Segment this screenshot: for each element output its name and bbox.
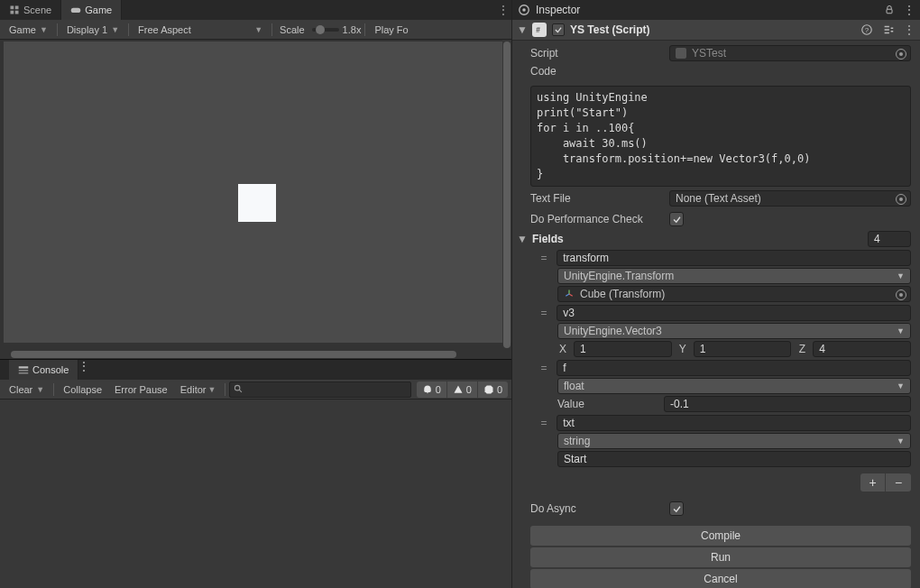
game-tabs-menu-icon[interactable]: ⋮ — [495, 0, 511, 20]
aspect-dropdown[interactable]: Free Aspect ▼ — [133, 22, 268, 38]
svg-rect-1 — [15, 6, 19, 10]
console-info-badge[interactable]: 0 — [417, 381, 447, 398]
row-do-async: Do Async — [530, 500, 911, 518]
float-value-input[interactable]: -0.1 — [664, 396, 911, 412]
fold-icon[interactable]: ▼ — [518, 23, 527, 36]
console-output — [0, 400, 511, 588]
svg-rect-4 — [71, 8, 81, 13]
scale-slider[interactable] — [312, 28, 339, 32]
scene-icon — [9, 5, 20, 15]
inspector-icon — [518, 4, 530, 16]
tab-game[interactable]: Game — [61, 0, 122, 20]
component-title: YS Test (Script) — [570, 23, 855, 36]
scale-label: Scale — [280, 24, 305, 35]
fields-add-button[interactable]: + — [860, 473, 886, 492]
display-dropdown[interactable]: Display 1▼ — [61, 22, 124, 38]
game-pane-tabs: Scene Game ⋮ — [0, 0, 511, 20]
console-collapse-button[interactable]: Collapse — [58, 381, 107, 398]
vector-x-input[interactable]: 1 — [574, 341, 672, 357]
field-item: = txt string Start — [538, 415, 911, 467]
axis-x-label: X — [557, 343, 568, 355]
component-menu-icon[interactable]: ⋮ — [904, 23, 915, 36]
console-clear-button[interactable]: Clear ▼ — [4, 381, 50, 398]
field-name-input[interactable]: v3 — [557, 305, 911, 321]
svg-rect-7 — [19, 372, 29, 374]
field-item: = f float Value -0.1 — [538, 360, 911, 412]
tab-inspector-label[interactable]: Inspector — [536, 4, 580, 16]
drag-handle-icon[interactable]: = — [538, 307, 549, 319]
svg-marker-10 — [484, 385, 492, 393]
compile-button[interactable]: Compile — [530, 526, 911, 546]
object-picker-icon[interactable] — [896, 194, 906, 205]
svg-line-9 — [240, 390, 243, 392]
axis-y-label: Y — [677, 343, 688, 355]
console-pane-tabs: Console ⋮ — [0, 360, 511, 380]
do-async-checkbox[interactable] — [669, 501, 684, 516]
row-perf: Do Performance Check — [530, 210, 911, 228]
field-name-input[interactable]: txt — [557, 415, 911, 431]
console-icon — [18, 364, 29, 375]
error-icon — [483, 384, 494, 395]
do-async-label: Do Async — [530, 502, 669, 515]
component-enabled-checkbox[interactable] — [552, 23, 565, 36]
object-picker-icon[interactable] — [896, 289, 906, 300]
game-render-area[interactable] — [4, 41, 502, 343]
console-error-pause-button[interactable]: Error Pause — [109, 381, 173, 398]
console-tabs-menu-icon[interactable]: ⋮ — [78, 360, 89, 380]
tab-game-label: Game — [85, 5, 112, 15]
text-file-label: Text File — [530, 192, 669, 205]
svg-rect-5 — [19, 366, 29, 368]
viewport-horizontal-scrollbar[interactable] — [0, 350, 502, 359]
text-file-field[interactable]: None (Text Asset) — [669, 190, 911, 207]
component-header: ▼ # YS Test (Script) ? ⋮ — [512, 20, 920, 41]
play-focused-label[interactable]: Play Fo — [374, 24, 408, 35]
console-editor-dropdown[interactable]: Editor ▼ — [175, 381, 222, 398]
drag-handle-icon[interactable]: = — [538, 362, 549, 374]
svg-rect-6 — [19, 370, 29, 372]
lock-icon[interactable] — [884, 5, 895, 15]
tab-console[interactable]: Console — [9, 360, 78, 380]
svg-rect-0 — [11, 6, 14, 10]
field-object-reference[interactable]: Cube (Transform) — [557, 286, 911, 302]
script-object-field[interactable]: YSTest — [669, 45, 911, 61]
rendered-cube — [238, 184, 276, 222]
fields-fold-icon[interactable]: ▼ — [518, 233, 527, 245]
field-type-dropdown[interactable]: UnityEngine.Vector3 — [557, 323, 911, 339]
run-button[interactable]: Run — [530, 547, 911, 567]
warning-icon — [453, 384, 464, 395]
transform-icon — [564, 289, 575, 299]
console-warning-badge[interactable]: 0 — [447, 381, 478, 398]
fields-count-input[interactable]: 4 — [868, 231, 911, 247]
code-textarea[interactable]: using UnityEngine print("Start") for i i… — [530, 86, 911, 187]
fields-remove-button[interactable]: − — [886, 473, 911, 492]
info-icon — [422, 384, 433, 395]
svg-point-12 — [522, 8, 526, 12]
vector-z-input[interactable]: 4 — [813, 341, 911, 357]
field-type-dropdown[interactable]: float — [557, 378, 911, 394]
field-type-dropdown[interactable]: string — [557, 433, 911, 449]
help-icon[interactable]: ? — [860, 23, 873, 36]
row-script: Script YSTest — [530, 44, 911, 62]
viewport-vertical-scrollbar[interactable] — [502, 40, 511, 343]
drag-handle-icon[interactable]: = — [538, 417, 549, 429]
inspector-menu-icon[interactable]: ⋮ — [904, 4, 915, 16]
preset-icon[interactable] — [882, 23, 895, 36]
search-icon — [234, 384, 244, 394]
field-type-dropdown[interactable]: UnityEngine.Transform — [557, 268, 911, 284]
object-picker-icon[interactable] — [896, 49, 906, 60]
axis-z-label: Z — [796, 343, 807, 355]
console-search-input[interactable] — [229, 381, 410, 398]
game-mode-dropdown[interactable]: Game▼ — [4, 22, 53, 38]
string-value-input[interactable]: Start — [557, 451, 911, 467]
field-item: = v3 UnityEngine.Vector3 X 1 Y 1 Z 4 — [538, 305, 911, 357]
field-name-input[interactable]: transform — [557, 250, 911, 266]
field-name-input[interactable]: f — [557, 360, 911, 376]
perf-checkbox[interactable] — [669, 212, 684, 226]
cancel-button[interactable]: Cancel — [530, 569, 911, 588]
code-label: Code — [530, 65, 557, 78]
vector-y-input[interactable]: 1 — [694, 341, 792, 357]
console-error-badge[interactable]: 0 — [478, 381, 508, 398]
csharp-script-icon: # — [532, 23, 547, 37]
tab-scene[interactable]: Scene — [0, 0, 61, 20]
drag-handle-icon[interactable]: = — [538, 252, 549, 264]
